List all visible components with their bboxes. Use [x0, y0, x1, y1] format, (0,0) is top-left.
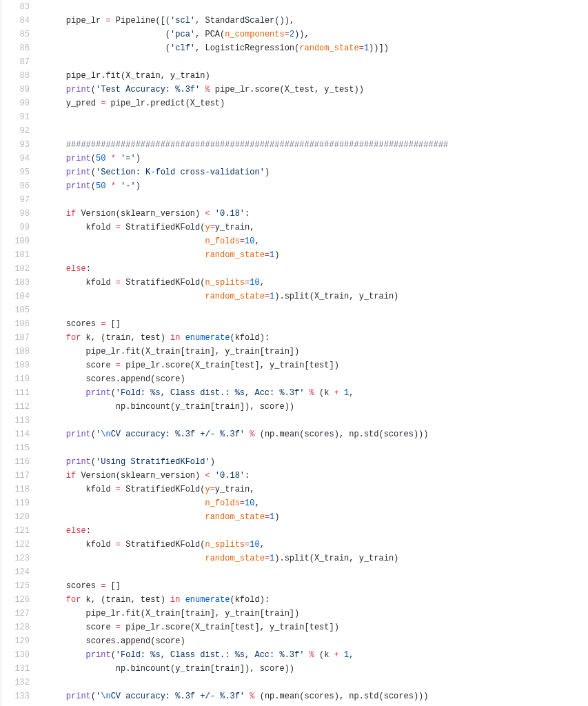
code-line[interactable]: scores = [] — [46, 579, 588, 593]
line-number[interactable]: 121 — [2, 524, 30, 538]
line-number[interactable]: 118 — [2, 483, 30, 496]
line-number[interactable]: 123 — [2, 552, 30, 565]
line-number[interactable]: 119 — [2, 496, 30, 510]
code-line[interactable]: for k, (train, test) in enumerate(kfold)… — [46, 331, 588, 345]
code-line[interactable]: if Version(sklearn_version) < '0.18': — [46, 469, 588, 483]
line-number[interactable]: 124 — [2, 565, 30, 579]
code-line[interactable]: random_state=1) — [46, 510, 588, 524]
code-line[interactable] — [46, 110, 588, 124]
code-line[interactable]: n_folds=10, — [46, 234, 588, 248]
code-line[interactable]: print('Fold: %s, Class dist.: %s, Acc: %… — [46, 648, 588, 662]
code-line[interactable] — [46, 0, 588, 14]
line-number[interactable]: 85 — [2, 28, 30, 41]
code-line[interactable]: pipe_lr.fit(X_train[train], y_train[trai… — [46, 345, 588, 359]
line-number[interactable]: 84 — [2, 14, 30, 28]
code-line[interactable]: score = pipe_lr.score(X_train[test], y_t… — [46, 621, 588, 634]
code-line[interactable]: random_state=1).split(X_train, y_train) — [46, 552, 588, 565]
line-number[interactable]: 127 — [2, 607, 30, 621]
code-area[interactable]: pipe_lr = Pipeline([('scl', StandardScal… — [39, 0, 588, 706]
line-number[interactable]: 125 — [2, 579, 30, 593]
line-number[interactable]: 108 — [2, 345, 30, 359]
code-line[interactable]: print(50 * '=') — [46, 152, 588, 165]
line-number[interactable]: 83 — [2, 0, 30, 14]
line-number[interactable]: 117 — [2, 469, 30, 483]
code-line[interactable]: print('Fold: %s, Class dist.: %s, Acc: %… — [46, 386, 588, 400]
line-number[interactable]: 91 — [2, 110, 30, 124]
line-number[interactable]: 114 — [2, 427, 30, 441]
code-line[interactable]: ########################################… — [46, 138, 588, 152]
line-number[interactable]: 134 — [2, 703, 30, 706]
code-line[interactable]: score = pipe_lr.score(X_train[test], y_t… — [46, 359, 588, 372]
code-line[interactable] — [46, 124, 588, 138]
code-line[interactable]: print('Using StratifiedKFold') — [46, 455, 588, 469]
line-number[interactable]: 90 — [2, 97, 30, 110]
line-number[interactable]: 86 — [2, 41, 30, 55]
line-number[interactable]: 133 — [2, 689, 30, 703]
code-line[interactable]: pipe_lr = Pipeline([('scl', StandardScal… — [46, 14, 588, 28]
code-line[interactable]: kfold = StratifiedKFold(y=y_train, — [46, 221, 588, 234]
line-number[interactable]: 109 — [2, 359, 30, 372]
line-number[interactable]: 96 — [2, 179, 30, 193]
code-line[interactable]: kfold = StratifiedKFold(n_splits=10, — [46, 538, 588, 552]
line-number[interactable]: 115 — [2, 441, 30, 455]
code-line[interactable]: if Version(sklearn_version) < '0.18': — [46, 207, 588, 221]
code-line[interactable]: else: — [46, 262, 588, 276]
line-number[interactable]: 107 — [2, 331, 30, 345]
line-number[interactable]: 132 — [2, 676, 30, 689]
code-line[interactable] — [46, 55, 588, 69]
code-line[interactable]: print('Section: K-fold cross-validation'… — [46, 165, 588, 179]
code-line[interactable]: print('\nCV accuracy: %.3f +/- %.3f' % (… — [46, 427, 588, 441]
code-line[interactable]: kfold = StratifiedKFold(y=y_train, — [46, 483, 588, 496]
line-number[interactable]: 102 — [2, 262, 30, 276]
code-line[interactable] — [46, 441, 588, 455]
line-number[interactable]: 116 — [2, 455, 30, 469]
code-line[interactable]: else: — [46, 524, 588, 538]
line-number[interactable]: 110 — [2, 372, 30, 386]
line-number[interactable]: 89 — [2, 83, 30, 97]
line-number[interactable]: 98 — [2, 207, 30, 221]
code-line[interactable]: n_folds=10, — [46, 496, 588, 510]
code-line[interactable]: kfold = StratifiedKFold(n_splits=10, — [46, 276, 588, 290]
code-line[interactable] — [46, 565, 588, 579]
code-line[interactable] — [46, 303, 588, 317]
line-number[interactable]: 103 — [2, 276, 30, 290]
line-number[interactable]: 113 — [2, 414, 30, 427]
line-number[interactable]: 129 — [2, 634, 30, 648]
code-line[interactable] — [46, 703, 588, 706]
code-line[interactable]: print('\nCV accuracy: %.3f +/- %.3f' % (… — [46, 689, 588, 703]
code-line[interactable]: scores = [] — [46, 317, 588, 331]
line-number[interactable]: 95 — [2, 165, 30, 179]
line-number[interactable]: 87 — [2, 55, 30, 69]
code-line[interactable] — [46, 414, 588, 427]
line-number[interactable]: 112 — [2, 400, 30, 414]
code-line[interactable]: pipe_lr.fit(X_train[train], y_train[trai… — [46, 607, 588, 621]
line-number[interactable]: 105 — [2, 303, 30, 317]
code-line[interactable]: ('clf', LogisticRegression(random_state=… — [46, 41, 588, 55]
line-number[interactable]: 94 — [2, 152, 30, 165]
line-number[interactable]: 88 — [2, 69, 30, 83]
code-line[interactable]: for k, (train, test) in enumerate(kfold)… — [46, 593, 588, 607]
line-number[interactable]: 97 — [2, 193, 30, 207]
line-number[interactable]: 104 — [2, 290, 30, 303]
line-number[interactable]: 126 — [2, 593, 30, 607]
line-number[interactable]: 101 — [2, 248, 30, 262]
code-line[interactable]: scores.append(score) — [46, 634, 588, 648]
line-number[interactable]: 93 — [2, 138, 30, 152]
line-number[interactable]: 92 — [2, 124, 30, 138]
code-line[interactable]: print('Test Accuracy: %.3f' % pipe_lr.sc… — [46, 83, 588, 97]
line-number[interactable]: 106 — [2, 317, 30, 331]
code-line[interactable]: y_pred = pipe_lr.predict(X_test) — [46, 97, 588, 110]
code-line[interactable]: random_state=1) — [46, 248, 588, 262]
line-number[interactable]: 111 — [2, 386, 30, 400]
code-line[interactable] — [46, 193, 588, 207]
line-number[interactable]: 120 — [2, 510, 30, 524]
line-number[interactable]: 128 — [2, 621, 30, 634]
code-line[interactable]: np.bincount(y_train[train]), score)) — [46, 662, 588, 676]
line-number[interactable]: 130 — [2, 648, 30, 662]
code-line[interactable] — [46, 676, 588, 689]
line-number[interactable]: 122 — [2, 538, 30, 552]
code-line[interactable]: print(50 * '-') — [46, 179, 588, 193]
code-line[interactable]: np.bincount(y_train[train]), score)) — [46, 400, 588, 414]
line-number[interactable]: 99 — [2, 221, 30, 234]
line-number[interactable]: 100 — [2, 234, 30, 248]
